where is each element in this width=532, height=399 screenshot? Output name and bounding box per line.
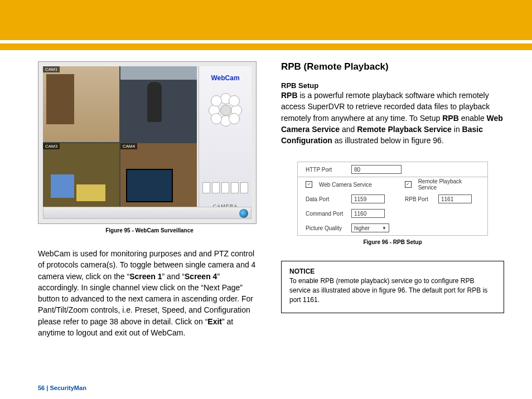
screen1-bold: Screen 1 <box>129 272 162 281</box>
text-bold: RPB <box>442 114 459 123</box>
rpb-setup-heading: RPB Setup <box>281 81 504 90</box>
exit-bold: Exit <box>207 317 222 326</box>
command-port-input[interactable]: 1160 <box>351 209 385 218</box>
rpb-port-input[interactable]: 1161 <box>438 194 472 203</box>
camera-label-1: CAM1 <box>43 66 60 72</box>
figure-96-rpb-setup-panel: HTTP Port 80 ✓Web Camera Service Data Po… <box>297 162 488 236</box>
http-port-label: HTTP Port <box>306 167 347 173</box>
picture-quality-label: Picture Quality <box>306 225 347 231</box>
ptz-sw-button[interactable] <box>211 113 222 124</box>
picture-quality-select[interactable]: higher▼ <box>351 223 389 232</box>
rpb-port-value: 1161 <box>441 196 453 202</box>
toolbar-button-2[interactable] <box>212 182 220 193</box>
manual-page: CAM1 CAM2 CAM3 CAM4 WebCam <box>0 0 532 399</box>
camera-feed-2[interactable]: CAM2 <box>120 66 197 142</box>
text-fragment: as illustrated below in figure 96. <box>332 136 444 145</box>
text-fragment: enable <box>459 114 487 123</box>
web-camera-checkbox[interactable]: ✓ <box>306 181 312 188</box>
toolbar-button-3[interactable] <box>221 182 229 193</box>
right-column: RPB (Remote Playback) RPB Setup RPB is a… <box>281 61 504 382</box>
webcam-title: WebCam <box>199 74 252 82</box>
notice-body: To enable RPB (remote playback) service … <box>289 276 496 304</box>
toolbar-button-1[interactable] <box>202 182 210 193</box>
web-camera-label: Web Camera Service <box>319 182 372 188</box>
text-fragment: in <box>452 125 462 134</box>
ptz-toolbar <box>202 182 248 193</box>
data-port-value: 1159 <box>354 196 366 202</box>
command-port-label: Command Port <box>306 211 347 217</box>
notice-title: NOTICE <box>289 267 496 276</box>
webcam-description: WebCam is used for monitoring purposes a… <box>38 248 261 338</box>
text-bold: RPB <box>281 91 298 100</box>
rpb-heading: RPB (Remote Playback) <box>281 61 504 72</box>
left-column: CAM1 CAM2 CAM3 CAM4 WebCam <box>38 61 261 382</box>
rpb-service-label: Remote Playback Service <box>418 178 480 191</box>
webcam-side-panel: WebCam <box>199 66 252 219</box>
text-fragment: ” and “ <box>162 272 185 281</box>
notice-box: NOTICE To enable RPB (remote playback) s… <box>281 261 504 313</box>
content-area: CAM1 CAM2 CAM3 CAM4 WebCam <box>38 61 504 382</box>
picture-quality-value: higher <box>354 225 370 231</box>
data-port-label: Data Port <box>306 196 347 202</box>
ptz-dpad <box>209 93 242 126</box>
figure-95-webcam-app: CAM1 CAM2 CAM3 CAM4 WebCam <box>38 61 257 224</box>
camera-label-4: CAM4 <box>120 143 137 149</box>
rpb-description: RPB is a powerful remote playback softwa… <box>281 90 504 146</box>
figure-96-caption: Figure 96 - RPB Setup <box>281 239 504 245</box>
text-bold: Remote Playback Service <box>357 125 452 134</box>
footer-page-number: 56 <box>38 385 45 391</box>
power-button-icon[interactable] <box>239 209 248 218</box>
command-port-value: 1160 <box>354 211 366 217</box>
data-port-input[interactable]: 1159 <box>351 194 385 203</box>
text-fragment: and <box>340 125 357 134</box>
chevron-down-icon: ▼ <box>382 226 386 231</box>
ptz-center-button[interactable] <box>220 105 231 116</box>
rpb-port-label: RPB Port <box>405 196 434 202</box>
page-footer: 56 | SecurityMan <box>38 385 86 391</box>
ptz-nw-button[interactable] <box>211 95 222 106</box>
webcam-bottom-bar <box>43 207 252 219</box>
camera-feed-1[interactable]: CAM1 <box>43 66 119 142</box>
http-port-value: 80 <box>354 167 360 173</box>
rpb-service-checkbox[interactable]: ✓ <box>405 181 412 188</box>
header-stripe <box>0 40 532 43</box>
figure-95-caption: Figure 95 - WebCam Surveillance <box>38 227 261 233</box>
ptz-se-button[interactable] <box>229 113 240 124</box>
camera-grid: CAM1 CAM2 CAM3 CAM4 <box>43 66 197 219</box>
ptz-ne-button[interactable] <box>229 95 240 106</box>
toolbar-button-5[interactable] <box>240 182 248 193</box>
screen4-bold: Screen 4 <box>185 272 217 281</box>
toolbar-button-4[interactable] <box>231 182 239 193</box>
footer-brand: SecurityMan <box>50 385 86 391</box>
http-port-input[interactable]: 80 <box>351 165 402 174</box>
camera-label-3: CAM3 <box>43 143 60 149</box>
